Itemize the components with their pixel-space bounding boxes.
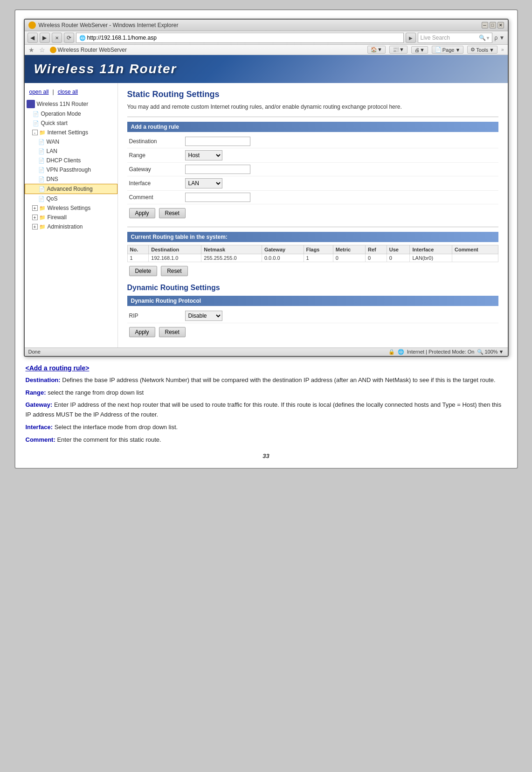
sidebar-item-dns[interactable]: 📄 DNS: [25, 174, 117, 184]
rss-button[interactable]: 📰▼: [389, 46, 408, 54]
sidebar-label-quick-start: Quick start: [41, 120, 68, 126]
minimize-button[interactable]: ─: [482, 22, 488, 28]
sidebar-label-router: Wireless 11N Router: [37, 101, 89, 107]
browser-window: Wireless Router WebServer - Windows Inte…: [24, 19, 509, 357]
sidebar-label-internet: Internet Settings: [48, 129, 88, 136]
sidebar-item-operation-mode[interactable]: 📄 Operation Mode: [25, 109, 117, 118]
expand-icon-firewall[interactable]: +: [32, 215, 38, 220]
sidebar-item-wan[interactable]: 📄 WAN: [25, 137, 117, 146]
dynamic-apply-button[interactable]: Apply: [129, 327, 155, 337]
col-gateway: Gateway: [262, 245, 304, 254]
sidebar-item-firewall[interactable]: + 📁 Firewall: [25, 213, 117, 222]
browser-favicon: [28, 21, 36, 29]
cell-comment: [452, 254, 498, 262]
dynamic-protocol-header: Dynamic Routing Protocol: [127, 296, 498, 306]
col-flags: Flags: [304, 245, 333, 254]
sidebar-label-dns: DNS: [47, 176, 58, 182]
sidebar-item-quick-start[interactable]: 📄 Quick start: [25, 118, 117, 128]
dynamic-reset-button[interactable]: Reset: [159, 327, 186, 337]
favorites-link[interactable]: Wireless Router WebServer: [50, 47, 127, 53]
desc-gateway: Gateway: Enter IP address of the next ho…: [26, 400, 507, 420]
reset-table-button[interactable]: Reset: [161, 266, 187, 276]
sidebar-label-advanced: Advanced Routing: [47, 186, 93, 192]
page-icon-dns: 📄: [38, 175, 45, 183]
print-button[interactable]: 🖨▼: [411, 46, 428, 54]
dest-term: Destination:: [26, 376, 61, 383]
refresh-button[interactable]: ⟳: [64, 33, 74, 43]
address-bar[interactable]: 🌐 http://192.168.1.1/home.asp: [76, 33, 404, 43]
sidebar-label-vpn: VPN Passthrough: [47, 167, 91, 173]
router-header: Wireless 11n Router: [25, 55, 508, 83]
maximize-button[interactable]: □: [490, 22, 496, 28]
range-select[interactable]: Host Net: [185, 150, 222, 160]
more-button[interactable]: »: [501, 47, 504, 52]
form-row-gateway: Gateway: [127, 163, 498, 176]
delete-button[interactable]: Delete: [129, 266, 158, 276]
sidebar-item-wireless[interactable]: + 📁 Wireless Settings: [25, 203, 117, 213]
zoom-dropdown[interactable]: ▼: [499, 349, 504, 355]
page-dropdown-icon: ▼: [455, 47, 460, 53]
sidebar-item-qos[interactable]: 📄 QoS: [25, 194, 117, 203]
sidebar-item-internet-settings[interactable]: - 📁 Internet Settings: [25, 128, 117, 137]
sidebar-item-admin[interactable]: + 📁 Administration: [25, 222, 117, 231]
divider-1: [127, 117, 498, 117]
col-ref: Ref: [366, 245, 387, 254]
address-bar-container: 🌐 http://192.168.1.1/home.asp ▶: [76, 33, 416, 43]
cell-no: 1: [127, 254, 149, 262]
page-icon-dhcp: 📄: [38, 157, 45, 164]
gateway-input[interactable]: [185, 165, 250, 174]
forward-button[interactable]: ▶: [40, 33, 50, 43]
search-bar[interactable]: Live Search 🔍 ▼: [418, 33, 492, 43]
close-button[interactable]: ✕: [497, 22, 504, 28]
sidebar-item-router[interactable]: Wireless 11N Router: [25, 99, 117, 109]
cell-gateway: 0.0.0.0: [262, 254, 304, 262]
expand-icon-internet[interactable]: -: [32, 130, 38, 135]
sidebar-item-vpn[interactable]: 📄 VPN Passthrough: [25, 165, 117, 174]
expand-icon-admin[interactable]: +: [32, 224, 38, 230]
search-dropdown-icon[interactable]: ▼: [486, 35, 491, 41]
add-rule-heading[interactable]: <Add a routing rule>: [26, 364, 507, 372]
close-nav-button[interactable]: ✕: [52, 33, 62, 43]
status-globe-icon: 🌐: [398, 349, 404, 355]
browser-titlebar: Wireless Router WebServer - Windows Inte…: [25, 20, 508, 31]
add-favorites-star[interactable]: ☆: [39, 46, 45, 54]
interface-select[interactable]: LAN WAN: [185, 178, 222, 188]
col-netmask: Netmask: [201, 245, 262, 254]
add-routing-rule-header: Add a routing rule: [127, 122, 498, 132]
status-right: 🔒 🌐 Internet | Protected Mode: On 🔍 100%…: [388, 349, 504, 355]
cell-ref: 0: [366, 254, 387, 262]
sidebar-item-lan[interactable]: 📄 LAN: [25, 146, 117, 156]
sidebar-label-operation-mode: Operation Mode: [41, 111, 81, 117]
folder-icon-admin: 📁: [39, 223, 46, 230]
form-row-range: Range Host Net: [127, 148, 498, 163]
destination-input[interactable]: [185, 137, 250, 146]
tools-dropdown-icon: ▼: [489, 47, 494, 53]
home-button[interactable]: 🏠▼: [367, 46, 386, 54]
desc-comment: Comment: Enter the comment for this stat…: [26, 435, 507, 445]
expand-icon-wireless[interactable]: +: [32, 205, 38, 211]
search-icon[interactable]: 🔍: [479, 35, 486, 41]
main-content: open all | close all Wireless 11N Router…: [25, 83, 508, 348]
form-row-destination: Destination: [127, 135, 498, 148]
favorites-star[interactable]: ★: [28, 46, 35, 54]
sidebar-label-wireless: Wireless Settings: [48, 205, 91, 211]
page-icon: 📄: [435, 47, 442, 53]
back-button[interactable]: ◀: [28, 33, 38, 43]
comment-input[interactable]: [185, 193, 250, 202]
open-all-link[interactable]: open all: [29, 89, 49, 95]
reset-button[interactable]: Reset: [159, 208, 186, 218]
range-label: Range: [129, 152, 185, 159]
close-all-link[interactable]: close all: [58, 89, 78, 95]
folder-icon-firewall: 📁: [39, 214, 46, 221]
page-button[interactable]: 📄 Page ▼: [432, 46, 464, 54]
rip-select[interactable]: Disable RIP v1 RIP v2: [185, 311, 222, 321]
apply-button[interactable]: Apply: [129, 208, 155, 218]
page-icon-operation: 📄: [32, 110, 40, 118]
go-button[interactable]: ▶: [406, 33, 416, 43]
cell-use: 0: [387, 254, 410, 262]
comment-label: Comment: [129, 194, 185, 201]
tools-button[interactable]: ⚙ Tools ▼: [467, 46, 497, 54]
search-options-button[interactable]: ρ ▼: [494, 35, 504, 41]
sidebar-item-advanced-routing[interactable]: 📄 Advanced Routing: [25, 184, 117, 194]
sidebar-item-dhcp[interactable]: 📄 DHCP Clients: [25, 156, 117, 165]
